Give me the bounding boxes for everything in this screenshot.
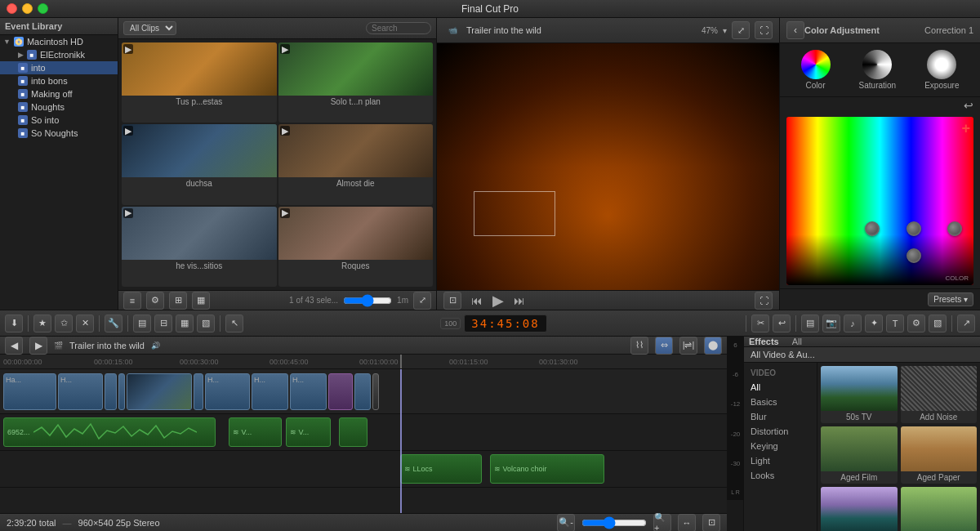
effect-item-agedpaper[interactable]: Aged Paper: [901, 426, 978, 484]
video-clip[interactable]: H...: [58, 373, 103, 410]
effect-item-extra1[interactable]: Bad TV: [821, 487, 898, 531]
effect-cat-keying[interactable]: Keying: [744, 439, 817, 453]
list-view-button[interactable]: ≡: [123, 292, 141, 310]
clip-view-button[interactable]: ▤: [801, 315, 819, 332]
effect-cat-blur[interactable]: Blur: [744, 409, 817, 424]
video-clip[interactable]: H...: [205, 373, 250, 410]
clip-appearance-1[interactable]: ▤: [133, 315, 151, 332]
effect-cat-light[interactable]: Light: [744, 453, 817, 468]
color-handle-2[interactable]: [906, 221, 921, 236]
audio-clip[interactable]: 6952...: [3, 417, 216, 447]
expand-button[interactable]: ⤢: [413, 292, 431, 310]
video-clip[interactable]: Ha...: [3, 373, 56, 410]
presets-button[interactable]: Presets ▾: [928, 292, 973, 306]
effects-all-label[interactable]: All: [792, 337, 802, 346]
unfavorite-button[interactable]: ✩: [55, 315, 73, 332]
list-item[interactable]: ▶ duchsa: [122, 124, 277, 204]
color-tool-saturation[interactable]: Saturation: [859, 50, 897, 90]
list-item[interactable]: ▶ he vis...sitios: [122, 207, 277, 287]
video-clip[interactable]: [372, 373, 379, 410]
sidebar-item-sonoughts[interactable]: ■ So Noughts: [0, 127, 118, 140]
fast-forward-button[interactable]: ⏭: [514, 294, 525, 307]
effect-item-50stv[interactable]: 50s TV: [821, 366, 898, 423]
color-tool-exposure[interactable]: Exposure: [924, 50, 959, 90]
fullscreen-button[interactable]: ⛶: [755, 21, 773, 39]
zoom-menu-button[interactable]: ⊡: [702, 514, 720, 532]
zoom-button[interactable]: ⤢: [732, 21, 750, 39]
inspect-button[interactable]: 🔧: [105, 315, 122, 332]
settings-button[interactable]: ⚙: [146, 292, 164, 310]
audio-clip[interactable]: ≋ V...: [286, 417, 331, 447]
list-item[interactable]: ▶ Almost die: [278, 124, 434, 204]
color-tool-color[interactable]: Color: [801, 50, 831, 90]
audio-waveform-button[interactable]: ⌇⌇: [630, 337, 648, 355]
maximize-button[interactable]: [38, 3, 48, 14]
generator-button[interactable]: ⚙: [907, 315, 925, 332]
cursor-tool[interactable]: ↖: [225, 315, 243, 332]
sidebar-item-sointo[interactable]: ■ So into: [0, 114, 118, 127]
sidebar-item-into[interactable]: ■ into: [0, 61, 118, 74]
color-handle-4[interactable]: [906, 248, 921, 263]
rewind-button[interactable]: ⏮: [471, 294, 483, 307]
video-clip[interactable]: [354, 373, 371, 410]
sidebar-item-noughts[interactable]: ■ Noughts: [0, 100, 118, 114]
timeline-back-button[interactable]: ◀: [5, 337, 23, 355]
clip-appearance-2[interactable]: ⊟: [154, 315, 172, 332]
audio-button[interactable]: ♪: [844, 315, 862, 332]
effect-item-extra2[interactable]: Bleach: [901, 487, 978, 531]
video-clip[interactable]: [194, 373, 203, 410]
zoom-dropdown-icon[interactable]: ▾: [723, 26, 727, 35]
video-clip[interactable]: H...: [252, 373, 288, 410]
snapping-button[interactable]: |⇌|: [679, 337, 697, 355]
list-item[interactable]: ▶ Roques: [278, 207, 434, 287]
clip-appearance-4[interactable]: ▧: [197, 315, 215, 332]
effect-cat-basics[interactable]: Basics: [744, 395, 817, 409]
fit-button[interactable]: ↔: [678, 514, 696, 532]
list-item[interactable]: ▶ Solo t...n plan: [278, 42, 434, 123]
color-back-button[interactable]: ‹: [786, 21, 804, 39]
filmstrip-button[interactable]: ▦: [192, 292, 210, 310]
close-button[interactable]: [7, 3, 17, 14]
zoom-in-button[interactable]: 🔍+: [653, 514, 671, 532]
color-handle-3[interactable]: [947, 221, 962, 236]
sidebar-item-makingoff[interactable]: ■ Making off: [0, 87, 118, 100]
video-clip[interactable]: [328, 373, 353, 410]
clip-appearance-3[interactable]: ▦: [176, 315, 194, 332]
all-video-audio-bar[interactable]: All Video & Au...: [744, 347, 980, 363]
list-item[interactable]: ▶ Tus p...estas: [122, 42, 277, 123]
timeline-forward-button[interactable]: ▶: [29, 337, 47, 355]
text-button[interactable]: T: [886, 315, 904, 332]
effect-item-agedfilm[interactable]: Aged Film: [821, 426, 898, 484]
timeline-tracks[interactable]: Ha... H... H... H... H...: [0, 369, 727, 513]
audio-clip[interactable]: ≋ V...: [229, 417, 282, 447]
effects-button[interactable]: ✦: [865, 315, 883, 332]
reject-button[interactable]: ✕: [76, 315, 94, 332]
effect-cat-distortion[interactable]: Distortion: [744, 424, 817, 439]
favorite-button[interactable]: ★: [33, 315, 51, 332]
video-clip[interactable]: H...: [290, 373, 327, 410]
zoom-out-button[interactable]: 🔍-: [557, 514, 575, 532]
zoom-slider[interactable]: [343, 294, 392, 307]
audio-clip[interactable]: ≋ LLocs: [400, 454, 482, 484]
audio-clip[interactable]: [339, 417, 368, 447]
color-spectrum[interactable]: + COLOR: [786, 117, 973, 285]
sidebar-item-electronikh[interactable]: ▶ ■ ElEctronikk: [0, 48, 118, 61]
effect-cat-all[interactable]: All: [744, 380, 817, 395]
undo-button[interactable]: ↩: [964, 99, 973, 112]
timeline-zoom-slider[interactable]: [581, 516, 647, 529]
media-search-input[interactable]: [366, 22, 431, 34]
share-button[interactable]: ↗: [957, 315, 975, 332]
clips-dropdown[interactable]: All Clips: [123, 21, 176, 35]
resize-button[interactable]: ⊡: [443, 292, 461, 310]
sidebar-item-bons[interactable]: ■ into bons: [0, 74, 118, 87]
video-clip[interactable]: [105, 373, 117, 410]
link-clips-button[interactable]: ⇔: [655, 337, 673, 355]
undo-button[interactable]: ↩: [773, 315, 791, 332]
color-handle-1[interactable]: [865, 221, 880, 236]
play-pause-button[interactable]: ▶: [492, 292, 504, 310]
skimmer-button[interactable]: ⬤: [704, 337, 722, 355]
effect-cat-looks[interactable]: Looks: [744, 468, 817, 483]
video-clip[interactable]: [127, 373, 192, 410]
import-button[interactable]: ⬇: [5, 315, 23, 332]
sidebar-item-macintosh[interactable]: ▼ 📀 Macintosh HD: [0, 35, 118, 48]
